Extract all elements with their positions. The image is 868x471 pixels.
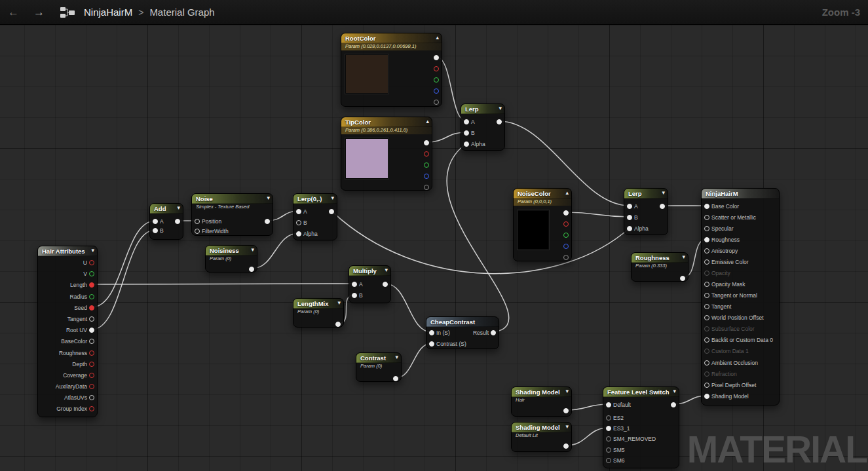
pin-base-color[interactable]: Base Color	[704, 202, 739, 211]
pin-dot[interactable]	[627, 204, 632, 209]
pin-ambient-occlusion[interactable]: Ambient Occlusion	[704, 358, 758, 367]
pin-tangent[interactable]: Tangent	[704, 302, 731, 311]
pin-atlasuvs[interactable]: AtlasUVs	[64, 393, 94, 402]
node-header[interactable]: Roughness	[632, 253, 688, 263]
pin-root-uv[interactable]: Root UV	[66, 326, 94, 335]
pin-out-6[interactable]	[671, 400, 676, 409]
pin-dot[interactable]	[424, 185, 429, 190]
pin-v[interactable]: V	[83, 269, 94, 278]
pin-dot[interactable]	[704, 282, 709, 287]
pin-dot[interactable]	[660, 204, 665, 209]
pin-dot[interactable]	[89, 271, 94, 276]
pin-dot[interactable]	[296, 231, 301, 236]
pin-out-2[interactable]	[563, 231, 569, 240]
pin-dot[interactable]	[89, 328, 94, 333]
node-header[interactable]: Lerp	[624, 189, 668, 198]
color-swatch[interactable]	[518, 210, 549, 250]
node-contrast[interactable]: ContrastParam (0)▾	[356, 352, 402, 382]
pin-out-3[interactable]	[563, 242, 569, 251]
pin-out-2[interactable]	[265, 217, 270, 226]
pin-dot[interactable]	[424, 151, 429, 157]
pin-seed[interactable]: Seed	[74, 303, 94, 312]
pin-dot[interactable]	[429, 341, 434, 347]
pin-out-0[interactable]	[680, 274, 685, 283]
pin-a[interactable]: A	[153, 217, 164, 226]
pin-a[interactable]: A	[296, 207, 307, 216]
chevron-up-icon[interactable]: ▴	[565, 190, 569, 196]
pin-dot[interactable]	[606, 426, 611, 431]
pin-dot[interactable]	[195, 229, 200, 234]
node-noisiness[interactable]: NoisinessParam (0)▾	[205, 245, 257, 273]
pin-dot[interactable]	[704, 349, 709, 354]
node-lerp-right[interactable]: Lerp▾ABAlpha	[624, 188, 668, 235]
pin-b[interactable]: B	[464, 128, 475, 138]
pin-alpha[interactable]: Alpha	[464, 140, 485, 149]
node-header[interactable]: NinjaHairM	[702, 189, 779, 198]
pin-alpha[interactable]: Alpha	[296, 229, 318, 238]
node-lengthmix[interactable]: LengthMixParam (0)▾	[293, 298, 344, 328]
node-header[interactable]: Hair Attributes	[38, 246, 97, 256]
pin-out-1[interactable]	[434, 64, 439, 73]
chevron-down-icon[interactable]: ▾	[682, 254, 685, 260]
node-noisecolor[interactable]: NoiseColorParam (0,0,0,1)▴	[513, 188, 572, 261]
pin-out-0[interactable]	[434, 53, 439, 62]
pin-out-2[interactable]	[424, 160, 429, 170]
pin-dot[interactable]	[249, 267, 254, 272]
pin-dot[interactable]	[296, 209, 301, 214]
pin-sm5[interactable]: SM5	[606, 445, 624, 455]
chevron-down-icon[interactable]: ▾	[91, 248, 94, 254]
pin-default[interactable]: Default	[606, 400, 631, 409]
pin-dot[interactable]	[383, 282, 388, 287]
back-button[interactable]: ←	[8, 7, 19, 18]
node-header[interactable]: Noise	[192, 194, 273, 204]
node-header[interactable]: LengthMix	[293, 299, 343, 309]
pin-dot[interactable]	[89, 294, 94, 299]
forward-button[interactable]: →	[33, 7, 45, 18]
pin-emissive-color[interactable]: Emissive Color	[704, 257, 749, 267]
pin-dot[interactable]	[434, 55, 439, 60]
node-ninjahairm[interactable]: NinjaHairMBase ColorScatter or MetallicS…	[701, 188, 780, 405]
pin-dot[interactable]	[335, 322, 341, 327]
pin-dot[interactable]	[424, 162, 429, 168]
pin-dot[interactable]	[704, 337, 709, 343]
pin-dot[interactable]	[89, 316, 94, 322]
chevron-down-icon[interactable]: ▾	[395, 354, 398, 360]
pin-in-s[interactable]: In (S)	[429, 328, 450, 337]
pin-dot[interactable]	[153, 228, 158, 233]
pin-out-2[interactable]	[434, 75, 439, 85]
pin-backlit-or-custom-data-0[interactable]: Backlit or Custom Data 0	[704, 335, 773, 345]
node-header[interactable]: Lerp	[461, 104, 504, 114]
node-add[interactable]: Add▾AB	[149, 203, 183, 240]
pin-anisotropy[interactable]: Anisotropy	[704, 246, 738, 255]
pin-dot[interactable]	[563, 255, 569, 260]
pin-dot[interactable]	[704, 226, 709, 231]
pin-pixel-depth-offset[interactable]: Pixel Depth Offset	[704, 381, 756, 390]
pin-out-3[interactable]	[660, 202, 665, 211]
pin-opacity-mask[interactable]: Opacity Mask	[704, 280, 745, 289]
pin-alpha[interactable]: Alpha	[627, 224, 649, 233]
pin-dot[interactable]	[491, 330, 496, 335]
chevron-down-icon[interactable]: ▾	[673, 388, 676, 394]
chevron-down-icon[interactable]: ▾	[337, 300, 341, 306]
pin-sm6[interactable]: SM6	[606, 456, 624, 465]
pin-a[interactable]: A	[352, 280, 363, 289]
pin-out-0[interactable]	[563, 208, 569, 217]
pin-dot[interactable]	[89, 406, 94, 411]
node-lerp-top[interactable]: Lerp▾ABAlpha	[461, 104, 505, 151]
pin-dot[interactable]	[606, 458, 611, 463]
pin-dot[interactable]	[563, 443, 569, 449]
pin-dot[interactable]	[464, 141, 469, 147]
pin-basecolor[interactable]: BaseColor	[61, 337, 94, 346]
node-lerp-0[interactable]: Lerp(0,.)▾ABAlpha	[293, 193, 337, 240]
color-swatch[interactable]	[345, 138, 388, 179]
pin-dot[interactable]	[704, 237, 709, 242]
pin-dot[interactable]	[704, 394, 709, 399]
pin-opacity[interactable]: Opacity	[704, 269, 730, 278]
chevron-down-icon[interactable]: ▾	[565, 424, 569, 430]
graph-canvas[interactable]: MATERIAL RootColorParam (0.028,0.0137,0.…	[0, 0, 868, 471]
pin-dot[interactable]	[464, 119, 469, 124]
chevron-down-icon[interactable]: ▾	[385, 267, 388, 273]
pin-dot[interactable]	[89, 384, 94, 389]
pin-filterwidth[interactable]: FilterWidth	[195, 227, 229, 236]
pin-shading-model[interactable]: Shading Model	[704, 392, 749, 401]
